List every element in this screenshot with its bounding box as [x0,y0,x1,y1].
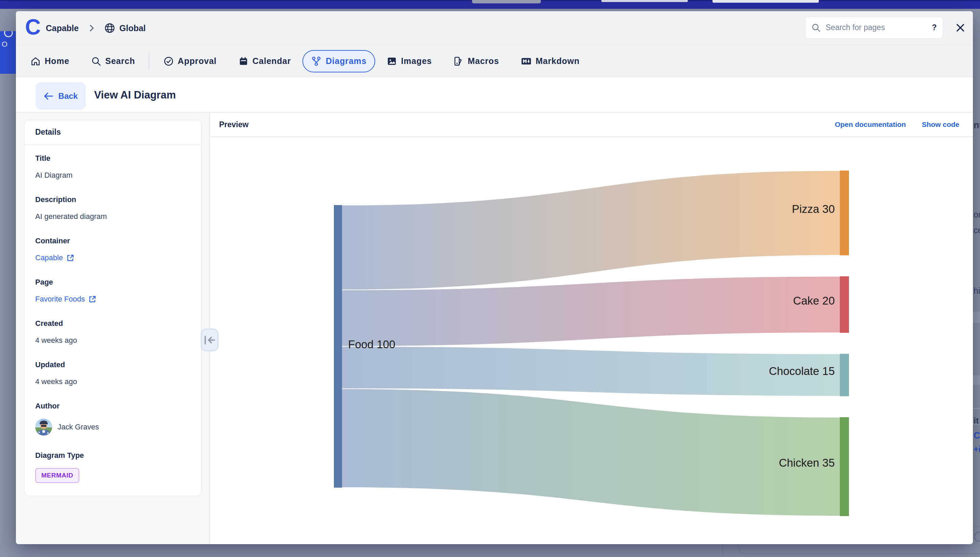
nav-item-home[interactable]: Home [31,56,69,66]
background-text-fragment: +i [973,444,980,454]
nav-label: Images [401,56,432,66]
field-label-type: Diagram Type [35,451,190,460]
author-name: Jack Graves [57,423,99,432]
globe-icon [104,23,115,34]
field-value-title: AI Diagram [35,171,190,180]
nav-item-macros[interactable]: Macros [453,56,499,66]
sankey-flow-pizza [342,171,840,290]
background-text-fragment: hin [973,286,980,296]
sankey-node-cake [840,277,849,333]
sankey-label-source: Food 100 [348,338,395,350]
top-bar-fragment [472,0,541,3]
background-page-sliver: nt or ce hin it C, +i [973,9,980,557]
background-letter: O [2,40,7,49]
nav-divider [149,53,149,70]
sankey-label-chocolate: Chocolate 15 [769,365,835,377]
back-label: Back [58,91,78,101]
diagram-type-badge: MERMAID [35,468,79,483]
background-text-fragment: C, [973,430,980,441]
context-name[interactable]: Global [119,23,145,33]
browser-top-bar [0,0,980,9]
nav-item-search[interactable]: Search [91,56,135,66]
close-icon [954,22,967,34]
nav-item-approval[interactable]: Approval [163,56,217,66]
sankey-node-pizza [840,171,849,256]
nav-label: Calendar [253,56,291,66]
avatar [35,419,52,435]
back-button[interactable]: Back [36,82,86,110]
show-code-link[interactable]: Show code [922,121,959,129]
sankey-label-pizza: Pizza 30 [792,203,835,215]
field-label-container: Container [35,236,190,245]
breadcrumb-chevron-icon [89,23,95,33]
close-button[interactable] [953,20,968,35]
preview-heading: Preview [219,120,248,129]
markdown-icon [521,56,532,66]
top-bar-fragment [712,0,819,3]
nav-label: Search [105,56,135,66]
container-link-label: Capable [35,254,63,262]
background-ring-fragment [4,31,13,37]
details-heading: Details [24,120,201,145]
details-panel: Details Title AI Diagram Description AI … [16,113,210,544]
sankey-node-chocolate [840,354,849,396]
calendar-icon [238,56,248,66]
nav-item-images[interactable]: Images [387,56,432,66]
collapse-icon [204,336,216,344]
page-title: View AI Diagram [94,77,176,113]
external-link-icon [88,295,96,303]
nav-label: Macros [468,56,499,66]
search-icon [811,23,821,33]
nav-label: Approval [178,56,217,66]
page-link[interactable]: Favorite Foods [35,295,190,303]
diagram-icon [311,56,321,66]
nav-item-calendar[interactable]: Calendar [238,56,291,66]
nav-item-diagrams-active[interactable]: Diagrams [302,50,375,72]
background-strip [973,408,980,409]
nav-label: Markdown [536,56,580,66]
field-value-description: AI generated diagram [35,212,190,221]
back-arrow-icon [43,92,54,100]
sankey-label-cake: Cake 20 [793,295,835,307]
container-link[interactable]: Capable [35,254,190,262]
field-label-created: Created [35,319,190,328]
brand-name[interactable]: Capable [46,23,78,33]
field-label-description: Description [35,195,190,204]
home-icon [31,56,41,66]
background-text-fragment: it [973,416,978,426]
image-icon [387,56,397,66]
background-text-fragment: or [973,210,980,220]
nav-label: Home [45,56,69,66]
field-value-created: 4 weeks ago [35,336,190,345]
search-placeholder: Search for pages [826,23,932,32]
field-label-updated: Updated [35,360,190,369]
collapse-panel-button[interactable] [201,329,219,351]
background-strip [973,375,980,385]
nav-label: Diagrams [326,56,366,66]
sankey-diagram: Pizza 30Cake 20Chocolate 15Chicken 35Foo… [211,138,973,544]
modal-header: C Capable Global Search for pages ? [16,11,973,45]
sankey-flow-chocolate [342,347,840,396]
details-card: Details Title AI Diagram Description AI … [24,120,201,496]
sankey-flow-chicken [342,389,840,516]
field-value-updated: 4 weeks ago [35,377,190,386]
capable-modal: C Capable Global Search for pages ? Home [16,11,973,544]
search-icon [91,56,101,66]
background-text-fragment: ce [973,225,980,235]
sankey-node-chicken [840,417,849,516]
approval-icon [163,56,174,66]
background-button-fragment: O [0,31,16,74]
preview-panel: Preview Open documentation Show code Piz… [211,113,973,544]
preview-header: Preview Open documentation Show code [211,113,973,137]
background-divider-fragment [722,544,723,557]
open-documentation-link[interactable]: Open documentation [835,121,906,129]
macros-icon [453,56,464,66]
author-row: Jack Graves [35,419,190,435]
top-bar-fragment [601,0,688,2]
search-pages-input[interactable]: Search for pages ? [805,16,943,39]
modal-nav: Home Search Approval Calendar Diagrams [16,45,973,77]
nav-item-markdown[interactable]: Markdown [521,56,580,66]
search-help-hint: ? [932,23,937,32]
sankey-node-source [334,205,342,488]
page-link-label: Favorite Foods [35,295,85,303]
